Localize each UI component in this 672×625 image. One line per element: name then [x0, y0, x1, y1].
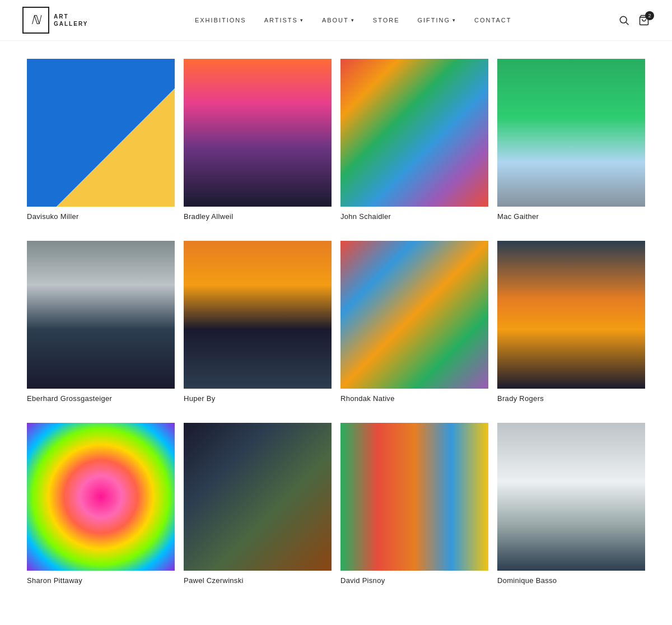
artist-item[interactable]: Rhondak Native	[336, 234, 493, 416]
main-content: Davisuko MillerBradley AllweilJohn Schai…	[0, 41, 672, 621]
cart-badge: 2	[645, 11, 654, 20]
site-header: ℕ ART GALLERY EXHIBITIONSARTISTS▾ABOUT▾S…	[0, 0, 672, 41]
logo-symbol: ℕ	[22, 7, 49, 34]
logo-text: ART GALLERY	[54, 13, 88, 27]
nav-item-gifting[interactable]: GIFTING▾	[418, 17, 457, 24]
artist-thumbnail	[27, 241, 175, 389]
artist-item[interactable]: Sharon Pittaway	[22, 416, 179, 598]
chevron-down-icon: ▾	[351, 17, 355, 23]
artist-name: John Schaidler	[340, 212, 488, 221]
artist-item[interactable]: Bradley Allweil	[179, 52, 336, 234]
artist-name: Davisuko Miller	[27, 212, 175, 221]
artist-thumbnail	[497, 241, 645, 389]
artist-thumbnail	[184, 241, 332, 389]
artist-item[interactable]: Huper By	[179, 234, 336, 416]
artist-item[interactable]: John Schaidler	[336, 52, 493, 234]
chevron-down-icon: ▾	[452, 17, 456, 23]
logo[interactable]: ℕ ART GALLERY	[22, 7, 88, 34]
artist-name: David Pisnoy	[340, 576, 488, 585]
svg-point-0	[620, 16, 627, 23]
artist-name: Huper By	[184, 394, 332, 403]
nav-item-exhibitions[interactable]: EXHIBITIONS	[195, 17, 246, 24]
artist-item[interactable]: Mac Gaither	[493, 52, 650, 234]
artist-name: Eberhard Grossgasteiger	[27, 394, 175, 403]
artist-thumbnail	[27, 59, 175, 207]
artist-name: Mac Gaither	[497, 212, 645, 221]
artist-thumbnail	[497, 59, 645, 207]
artist-thumbnail	[497, 423, 645, 571]
artist-name: Sharon Pittaway	[27, 576, 175, 585]
artist-grid: Davisuko MillerBradley AllweilJohn Schai…	[22, 52, 650, 598]
artist-item[interactable]: Davisuko Miller	[22, 52, 179, 234]
artist-thumbnail	[27, 423, 175, 571]
main-nav: EXHIBITIONSARTISTS▾ABOUT▾STOREGIFTING▾CO…	[195, 17, 512, 24]
nav-item-about[interactable]: ABOUT▾	[322, 17, 355, 24]
artist-thumbnail	[340, 423, 488, 571]
artist-item[interactable]: Pawel Czerwinski	[179, 416, 336, 598]
artist-item[interactable]: Eberhard Grossgasteiger	[22, 234, 179, 416]
nav-item-contact[interactable]: CONTACT	[474, 17, 511, 24]
artist-thumbnail	[340, 241, 488, 389]
cart-button[interactable]: 2	[638, 15, 650, 26]
artist-name: Rhondak Native	[340, 394, 488, 403]
artist-name: Bradley Allweil	[184, 212, 332, 221]
artist-name: Brady Rogers	[497, 394, 645, 403]
header-actions: 2	[618, 15, 650, 26]
artist-thumbnail	[184, 423, 332, 571]
chevron-down-icon: ▾	[300, 17, 304, 23]
artist-name: Dominique Basso	[497, 576, 645, 585]
search-button[interactable]	[618, 15, 629, 26]
artist-thumbnail	[184, 59, 332, 207]
artist-item[interactable]: Dominique Basso	[493, 416, 650, 598]
artist-name: Pawel Czerwinski	[184, 576, 332, 585]
artist-item[interactable]: Brady Rogers	[493, 234, 650, 416]
artist-item[interactable]: David Pisnoy	[336, 416, 493, 598]
svg-line-1	[626, 22, 629, 25]
nav-item-artists[interactable]: ARTISTS▾	[264, 17, 304, 24]
nav-item-store[interactable]: STORE	[373, 17, 400, 24]
artist-thumbnail	[340, 59, 488, 207]
